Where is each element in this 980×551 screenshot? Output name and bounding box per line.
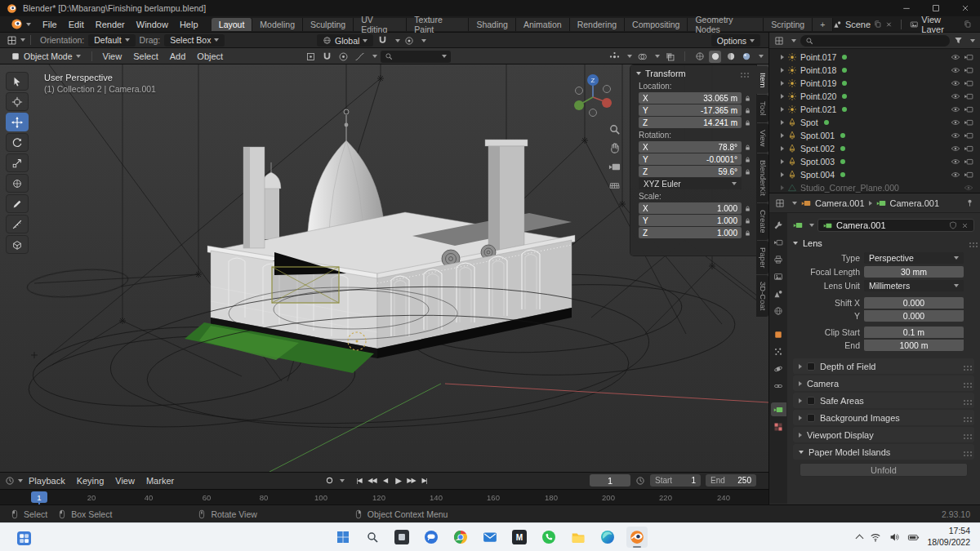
properties-tab-output[interactable] [771,252,786,266]
outliner-item-spot[interactable]: Spot [769,116,980,129]
hide-eye-icon[interactable] [951,144,960,153]
properties-tab-world[interactable] [771,304,786,318]
section-paper-model-islands[interactable]: Paper Model Islands [793,444,974,460]
properties-tab-physics[interactable] [771,362,786,375]
hide-eye-icon[interactable] [951,118,960,127]
menu-help[interactable]: Help [174,16,204,32]
clip-end-field[interactable]: 1000 m [864,340,964,351]
pin-icon[interactable] [965,198,974,207]
expand-icon[interactable] [781,185,784,190]
chevron-down-icon[interactable] [792,202,797,205]
annotate-tool[interactable] [6,194,29,213]
measure-tool[interactable] [6,215,29,233]
falloff-icon[interactable] [353,50,366,63]
jump-to-end-button[interactable]: ▶| [418,474,430,487]
tab-3dcoat[interactable]: 3D-Coat [756,275,768,317]
shading-rendered-icon[interactable] [740,51,752,63]
options-dropdown[interactable]: Options [711,34,760,47]
outliner-item-spot-002[interactable]: Spot.002 [769,142,980,155]
disable-render-icon[interactable] [964,170,973,180]
menu-keying[interactable]: Keying [71,476,110,486]
menu-view[interactable]: View [97,48,128,64]
disable-render-icon[interactable] [964,91,973,101]
snap-icon[interactable] [320,50,333,63]
expand-icon[interactable] [781,81,784,86]
add-cube-tool[interactable] [6,235,29,254]
chevron-down-icon[interactable] [791,39,796,42]
disable-render-icon[interactable] [964,52,973,62]
lock-icon[interactable] [744,144,751,151]
chevron-down-icon[interactable] [372,55,377,58]
shading-solid-icon[interactable] [709,51,721,63]
lens-type-dropdown[interactable]: Perspective [864,252,964,264]
filter-funnel-icon[interactable] [954,36,963,45]
edge-icon[interactable] [597,527,618,548]
properties-tab-particles[interactable] [771,344,786,358]
start-button[interactable] [332,527,354,548]
properties-tab-texture[interactable] [771,420,786,433]
tab-modeling[interactable]: Modeling [252,18,303,31]
outliner-item-spot-003[interactable]: Spot.003 [769,155,980,168]
disable-render-icon[interactable] [964,118,973,127]
expand-icon[interactable] [781,68,784,73]
outliner-item-studio-corner-plane[interactable]: Studio_Corner_Plane.000 [769,181,980,194]
search-button[interactable] [362,527,383,548]
transform-orientation-dropdown[interactable]: Global [317,34,373,47]
hide-eye-icon[interactable] [951,65,960,75]
tab-paper[interactable]: Paper [756,241,768,274]
shift-y-field[interactable]: 0.000 [864,310,964,322]
clip-start-field[interactable]: 0.1 m [864,327,964,338]
lock-icon[interactable] [744,229,751,237]
move-tool[interactable] [6,113,29,131]
tab-layout[interactable]: Layout [212,18,253,31]
proportional-editing-icon[interactable] [404,36,414,46]
hide-eye-icon[interactable] [951,52,960,62]
outliner-item-point-019[interactable]: Point.019 [769,77,980,90]
tab-sculpting[interactable]: Sculpting [303,18,354,31]
section-background-images[interactable]: Background Images [793,410,974,425]
tab-animation[interactable]: Animation [516,18,570,31]
next-keyframe-button[interactable]: ▶▶ [405,474,417,487]
ortho-grid-icon[interactable] [608,180,621,192]
playhead-current-frame[interactable]: 1 [31,491,47,503]
new-view-layer-icon[interactable] [964,20,972,29]
chevron-down-icon[interactable] [340,479,345,482]
lock-icon[interactable] [744,156,751,163]
jump-to-start-button[interactable]: |◀ [353,474,365,487]
outliner-item-spot-001[interactable]: Spot.001 [769,129,980,142]
rotation-y-field[interactable]: Y-0.0001° [639,153,742,165]
chat-icon[interactable] [421,527,442,548]
unlink-icon[interactable] [961,222,969,229]
rotate-tool[interactable] [6,133,29,152]
battery-icon[interactable] [907,531,920,544]
chevron-down-icon[interactable] [421,39,426,42]
transform-tool[interactable] [6,174,29,193]
active-tool-icon[interactable] [7,35,17,46]
orientation-dropdown[interactable]: Default [88,34,135,47]
tab-shading[interactable]: Shading [469,18,516,31]
scale-tool[interactable] [6,153,29,172]
chevron-down-icon[interactable] [970,39,975,42]
menu-window[interactable]: Window [131,16,174,32]
drag-grip-icon[interactable] [964,366,965,367]
checkbox[interactable] [807,397,815,405]
end-frame-field[interactable]: End250 [706,474,756,487]
tab-geometry-nodes[interactable]: Geometry Nodes [688,18,764,31]
expand-icon[interactable] [781,120,784,125]
outliner-item-point-020[interactable]: Point.020 [769,90,980,103]
lock-icon[interactable] [744,205,751,212]
expand-icon[interactable] [781,172,784,177]
menu-add[interactable]: Add [164,48,192,64]
menu-render[interactable]: Render [90,16,131,32]
mode-dropdown[interactable]: Object Mode [5,50,87,62]
tab-scripting[interactable]: Scripting [764,18,813,31]
lens-panel-header[interactable]: Lens [793,236,974,251]
section-depth-of-field[interactable]: Depth of Field [793,358,974,374]
current-frame-field[interactable]: 1 [590,474,630,487]
start-frame-field[interactable]: Start1 [650,474,701,487]
expand-icon[interactable] [781,159,784,164]
editor-type-icon[interactable] [775,198,785,208]
shading-material-icon[interactable] [724,51,737,63]
camera-view-icon[interactable] [608,161,621,173]
drag-grip-icon[interactable] [964,417,965,419]
